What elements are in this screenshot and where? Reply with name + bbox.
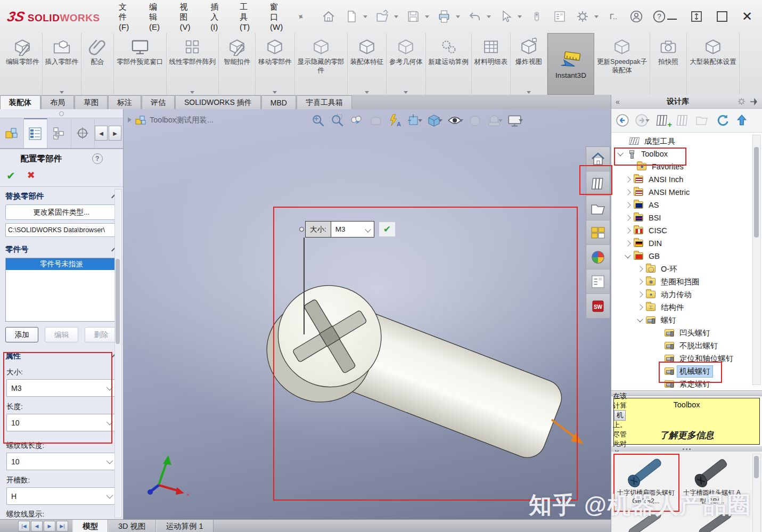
collapsed-chevron-icon[interactable] — [625, 176, 630, 182]
tab-model[interactable]: 模型 — [72, 520, 108, 532]
open-dropdown-icon[interactable] — [394, 15, 398, 18]
select-cursor-icon[interactable] — [498, 9, 514, 24]
tab-dimxpert[interactable] — [71, 118, 95, 148]
library-item-favorites[interactable]: ★Favorites — [611, 160, 762, 173]
settings-dropdown-icon[interactable] — [594, 15, 599, 18]
ribbon-update-speedpak[interactable]: 更新Speedpak子装配体 — [594, 33, 650, 95]
expanded-chevron-icon[interactable] — [625, 252, 630, 258]
solidworks-forum-tab-icon[interactable]: SW — [586, 294, 610, 318]
tree-scrollbar[interactable] — [752, 135, 761, 385]
toggle-icon[interactable] — [529, 9, 545, 24]
graphics-viewport[interactable]: × Toolbox测试用装... A 大小: M3 ✔ — [124, 109, 611, 519]
expand-triangle-icon[interactable] — [128, 117, 132, 122]
tab-motion-study-1[interactable]: 运动算例 1 — [156, 520, 214, 532]
library-item-ansi-metric[interactable]: ANSI Metric — [611, 186, 762, 199]
options-list-icon[interactable] — [552, 9, 568, 24]
tab-feature-manager[interactable] — [0, 118, 24, 148]
panel-splitter[interactable] — [0, 109, 123, 118]
thumbnail-scrollbar[interactable] — [752, 454, 761, 532]
zoom-area-icon[interactable] — [330, 113, 345, 128]
library-item-bsi[interactable]: BSI — [611, 211, 762, 224]
collapsed-chevron-icon[interactable] — [637, 266, 643, 272]
tab-addins[interactable]: SOLIDWORKS 插件 — [175, 95, 261, 109]
section-view-icon[interactable] — [368, 113, 383, 128]
add-to-library-icon[interactable]: + — [655, 113, 670, 128]
ribbon-reference-geometry[interactable]: 参考几何体 — [387, 33, 426, 95]
pin-menu-icon[interactable]: ✦ — [295, 10, 307, 22]
undo-dropdown-icon[interactable] — [487, 15, 491, 18]
expanded-chevron-icon[interactable] — [617, 150, 623, 156]
new-dropdown-icon[interactable] — [363, 15, 367, 18]
first-tab-button[interactable]: |◀ — [18, 521, 30, 531]
print-icon[interactable] — [436, 9, 452, 24]
browser-path-field[interactable]: C:\SOLIDWORKS Data\browser\ — [5, 223, 118, 237]
slots-select[interactable]: H — [6, 487, 117, 505]
zoom-fit-icon[interactable] — [311, 113, 325, 128]
refresh-icon[interactable] — [716, 113, 730, 127]
home-icon[interactable] — [321, 9, 337, 24]
expanded-chevron-icon[interactable] — [637, 316, 643, 322]
library-item-forming-tools[interactable]: 成型工具 — [611, 135, 762, 148]
ribbon-linear-pattern[interactable]: 线性零部件阵列 — [167, 33, 219, 95]
collapsed-chevron-icon[interactable] — [625, 215, 630, 220]
library-item-set-shoulder-screws[interactable]: 定位和轴位螺钉 — [611, 352, 762, 365]
callout-confirm-button[interactable]: ✔ — [379, 222, 396, 237]
panel-tab-scroll-right[interactable]: ▶ — [109, 126, 121, 141]
dropdown-arrow-icon[interactable] — [418, 119, 422, 122]
library-item-o-ring[interactable]: ◯O-环 — [611, 263, 762, 275]
forward-icon[interactable] — [635, 113, 650, 127]
library-item-washers[interactable]: ◉垫圈和挡圈 — [611, 275, 762, 288]
ribbon-bill-of-materials[interactable]: 材料明细表 — [472, 33, 511, 95]
ribbon-edit-component[interactable]: 编辑零部件 — [3, 33, 43, 95]
panel-tab-scroll-left[interactable]: ◀ — [95, 126, 108, 141]
length-select[interactable]: 10 — [6, 414, 117, 431]
pin-pane-icon[interactable] — [749, 97, 758, 106]
view-palette-tab-icon[interactable] — [586, 220, 610, 245]
library-item-machine-screws[interactable]: 机械螺钉 — [611, 365, 762, 378]
part-number-selected-row[interactable]: 零件号未指派 — [6, 258, 117, 270]
library-item-power-transmission[interactable]: ●动力传动 — [611, 288, 762, 301]
collapse-ribbon-button[interactable] — [691, 11, 702, 22]
menu-insert[interactable]: 插入(I) — [210, 2, 222, 31]
apply-scene-icon[interactable] — [487, 113, 503, 128]
ribbon-assembly-features[interactable]: 装配体特征 — [348, 33, 387, 95]
dropdown-arrow-icon[interactable] — [273, 91, 277, 94]
library-item-captive-screws[interactable]: 不脱出螺钉 — [611, 339, 762, 352]
add-button[interactable]: 添加 — [5, 327, 38, 342]
ribbon-show-hidden[interactable]: 显示隐藏的零部件 — [295, 33, 348, 95]
screw-3d-model[interactable]: × — [124, 109, 611, 519]
cancel-x-icon[interactable]: ✖ — [27, 169, 35, 182]
dropdown-arrow-icon[interactable] — [498, 119, 503, 122]
next-tab-button[interactable]: ▶ — [44, 521, 55, 531]
scrollbar-thumb[interactable] — [116, 259, 120, 344]
size-select[interactable]: M3 — [6, 379, 117, 397]
learn-more-link[interactable]: 了解更多信息 — [614, 429, 759, 441]
change-fastener-type-button[interactable]: 更改紧固件类型... — [5, 204, 118, 220]
new-document-icon[interactable] — [343, 9, 359, 24]
pane-splitter[interactable] — [611, 390, 762, 396]
menu-tools[interactable]: 工具(T) — [240, 2, 252, 31]
up-level-icon[interactable] — [735, 113, 749, 127]
tab-yuxi-toolbox[interactable]: 宇喜工具箱 — [297, 95, 352, 109]
settings-gear-icon[interactable] — [575, 9, 591, 24]
last-tab-button[interactable]: ▶| — [56, 521, 68, 531]
rebuild-icon[interactable]: Γ.. — [605, 9, 621, 24]
view-orientation-icon[interactable] — [407, 113, 422, 128]
help-icon[interactable] — [651, 9, 667, 24]
help-circle-icon[interactable]: ? — [92, 153, 103, 164]
tab-evaluate[interactable]: 评估 — [142, 95, 175, 109]
previous-view-icon[interactable] — [349, 113, 364, 128]
panel-scrollbar[interactable] — [114, 189, 122, 518]
ribbon-move-component[interactable]: 移动零部件 — [256, 33, 295, 95]
scrollbar-thumb[interactable] — [754, 456, 759, 478]
collapsed-chevron-icon[interactable] — [625, 202, 630, 208]
tab-markup[interactable]: 标注 — [108, 95, 141, 109]
menu-file[interactable]: 文件(F) — [119, 2, 131, 31]
tab-sketch[interactable]: 草图 — [75, 95, 108, 109]
library-item-socket-head-screws[interactable]: 凹头螺钉 — [611, 326, 762, 339]
collapsed-chevron-icon[interactable] — [637, 291, 643, 297]
maximize-button[interactable] — [716, 11, 728, 22]
library-item-screws[interactable]: 螺钉 — [611, 314, 762, 326]
print-dropdown-icon[interactable] — [456, 15, 460, 18]
menu-edit[interactable]: 编辑(E) — [149, 2, 162, 31]
